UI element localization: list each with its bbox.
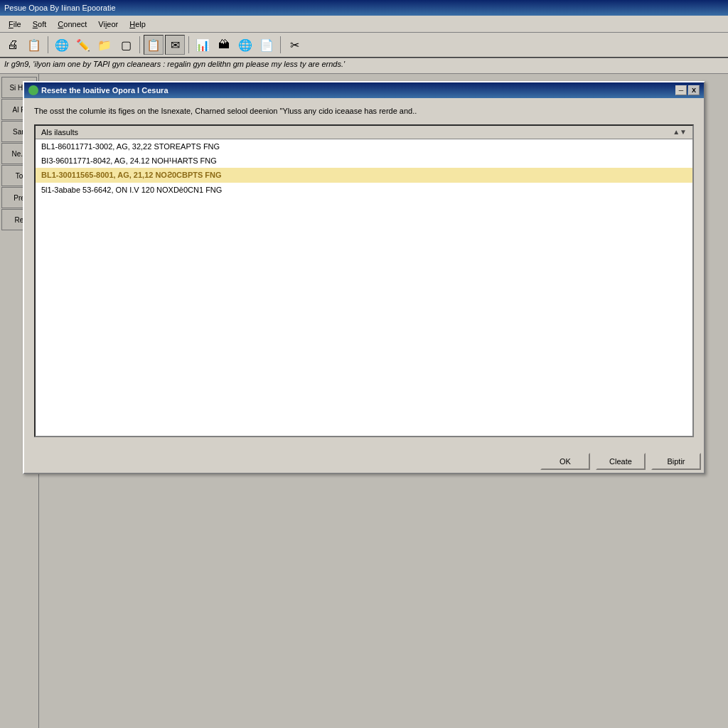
clipboard-toolbar-btn[interactable]: 📋 (24, 35, 44, 55)
list-item-3[interactable]: 5l1-3ababe 53-6642, ON I.V 120 NOXDē0CN1… (36, 183, 692, 197)
list-container[interactable]: Als ilasults ▲▼ BL1-86011771-3002, AG, 3… (34, 124, 694, 437)
dialog-titlebar: Resete the Ioaitive Opora I Cesura ─ X (24, 82, 704, 98)
menu-connect[interactable]: Connect (52, 18, 92, 30)
list-header-sort[interactable]: ▲▼ (673, 128, 687, 136)
title-bar-text: Pesue Opoa By Iiinan Epooratie (4, 4, 116, 12)
toolbar-sep-2 (139, 36, 140, 53)
dialog-close-button[interactable]: X (688, 85, 700, 95)
scissors-toolbar-btn[interactable]: ✂ (284, 35, 304, 55)
cleate-button[interactable]: Cleate (596, 453, 646, 470)
list-toolbar-btn[interactable]: 📋 (144, 35, 164, 55)
list-item-0[interactable]: BL1-86011771-3002, AG, 32,22 STOREAPTS F… (36, 139, 692, 154)
mountain-toolbar-btn[interactable]: 🏔 (214, 35, 234, 55)
dialog-overlay: Resete the Ioaitive Opora I Cesura ─ X T… (0, 74, 728, 728)
dialog-body: The osst the columle its figes on the Is… (24, 98, 704, 453)
doc-toolbar-btn[interactable]: 📄 (257, 35, 277, 55)
toolbar-sep-3 (188, 36, 189, 53)
title-bar: Pesue Opoa By Iiinan Epooratie (0, 0, 728, 16)
list-header-label: Als ilasults (41, 128, 78, 136)
list-header: Als ilasults ▲▼ (36, 126, 692, 139)
dialog-window: Resete the Ioaitive Opora I Cesura ─ X T… (23, 81, 705, 474)
list-item-1[interactable]: BI3-96011771-8042, AG, 24.12 NOH¹HARTS F… (36, 154, 692, 168)
list-item-2[interactable]: BL1-30011565-8001, AG, 21,12 NOƧ0CBPTS F… (36, 168, 692, 183)
mail-toolbar-btn[interactable]: ✉ (165, 35, 185, 55)
dialog-titlebar-left: Resete the Ioaitive Opora I Cesura (28, 85, 168, 95)
dialog-title-text: Resete the Ioaitive Opora I Cesura (41, 86, 168, 95)
main-area: Si H... Al R San Ne... To Pre Re Resete (0, 74, 728, 728)
dialog-title-icon (28, 85, 38, 95)
folder-toolbar-btn[interactable]: 📁 (95, 35, 114, 55)
chart-toolbar-btn[interactable]: 📊 (193, 35, 213, 55)
toolbar-sep-4 (280, 36, 281, 53)
dialog-description: The osst the columle its figes on the Is… (34, 105, 694, 117)
toolbar: 🖨 📋 🌐 ✏️ 📁 ▢ 📋 ✉ 📊 🏔 🌐 📄 ✂ (0, 33, 728, 58)
status-text: Ir g9n9, 'ilyon iam one by TAPI gyn clea… (4, 60, 345, 68)
globe-toolbar-btn[interactable]: 🌐 (52, 35, 72, 55)
ok-button[interactable]: OK (540, 453, 590, 470)
globe2-toolbar-btn[interactable]: 🌐 (235, 35, 255, 55)
menu-file[interactable]: File (3, 18, 27, 30)
menu-bar: File Soft Connect Viieor Help (0, 16, 728, 33)
menu-viieor[interactable]: Viieor (92, 18, 124, 30)
menu-help[interactable]: Help (124, 18, 151, 30)
menu-soft[interactable]: Soft (27, 18, 53, 30)
biptir-button[interactable]: Biptir (651, 453, 701, 470)
dialog-titlebar-controls: ─ X (675, 85, 700, 95)
dialog-minimize-button[interactable]: ─ (675, 85, 687, 95)
toolbar-sep-1 (48, 36, 48, 53)
print-toolbar-btn[interactable]: 🖨 (3, 35, 23, 55)
status-bar: Ir g9n9, 'ilyon iam one by TAPI gyn clea… (0, 58, 728, 74)
window-toolbar-btn[interactable]: ▢ (116, 35, 136, 55)
edit-toolbar-btn[interactable]: ✏️ (73, 35, 93, 55)
dialog-buttons: OK Cleate Biptir (24, 453, 704, 473)
